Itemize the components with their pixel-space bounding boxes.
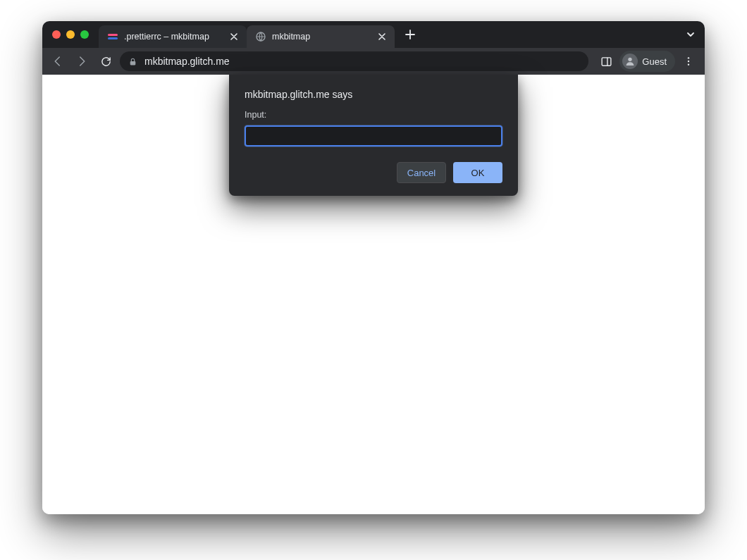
svg-point-9 [688,63,689,65]
side-panel-button[interactable] [595,51,617,72]
ok-button[interactable]: OK [453,162,502,183]
tab-mkbitmap[interactable]: mkbitmap [247,25,395,48]
close-tab-icon[interactable] [228,31,240,42]
navigation-toolbar: mkbitmap.glitch.me Guest [42,48,705,75]
tab-bar: .prettierrc – mkbitmap mkbitmap [42,21,705,48]
minimize-window-button[interactable] [66,30,75,39]
dialog-buttons: Cancel OK [245,162,502,183]
reload-button[interactable] [96,51,116,71]
svg-point-7 [688,57,689,58]
avatar-icon [622,54,638,69]
svg-rect-4 [602,57,611,65]
svg-rect-0 [108,34,118,36]
svg-rect-1 [108,37,118,39]
page-content: mkbitmap.glitch.me says Input: Cancel OK [42,75,705,514]
ok-button-label: OK [471,168,485,178]
profile-chip[interactable]: Guest [619,51,675,72]
tab-title: .prettierrc – mkbitmap [124,32,223,42]
close-tab-icon[interactable] [376,31,388,42]
back-button[interactable] [48,51,68,71]
window-controls [42,21,99,48]
kebab-menu-button[interactable] [678,51,699,72]
url-text: mkbitmap.glitch.me [144,56,580,67]
dialog-origin-text: mkbitmap.glitch.me says [245,89,502,100]
address-bar[interactable]: mkbitmap.glitch.me [120,51,588,71]
profile-label: Guest [642,56,667,67]
svg-point-6 [629,58,632,61]
browser-window: .prettierrc – mkbitmap mkbitmap [42,21,705,514]
cancel-button[interactable]: Cancel [397,162,446,183]
tab-prettierrc[interactable]: .prettierrc – mkbitmap [99,25,247,48]
glitch-icon [107,31,118,42]
javascript-prompt-dialog: mkbitmap.glitch.me says Input: Cancel OK [229,75,518,196]
tab-overflow-button[interactable] [677,21,705,48]
tab-title: mkbitmap [272,32,371,42]
forward-button[interactable] [72,51,92,71]
zoom-window-button[interactable] [80,30,89,39]
lock-icon [128,57,137,66]
toolbar-right: Guest [593,51,699,72]
svg-point-8 [688,61,689,62]
tabs-container: .prettierrc – mkbitmap mkbitmap [99,21,677,48]
close-window-button[interactable] [52,30,61,39]
svg-rect-3 [130,61,136,64]
globe-icon [255,31,266,42]
dialog-input[interactable] [245,125,502,147]
cancel-button-label: Cancel [407,168,436,178]
new-tab-button[interactable] [400,30,420,39]
dialog-prompt-label: Input: [245,110,502,120]
